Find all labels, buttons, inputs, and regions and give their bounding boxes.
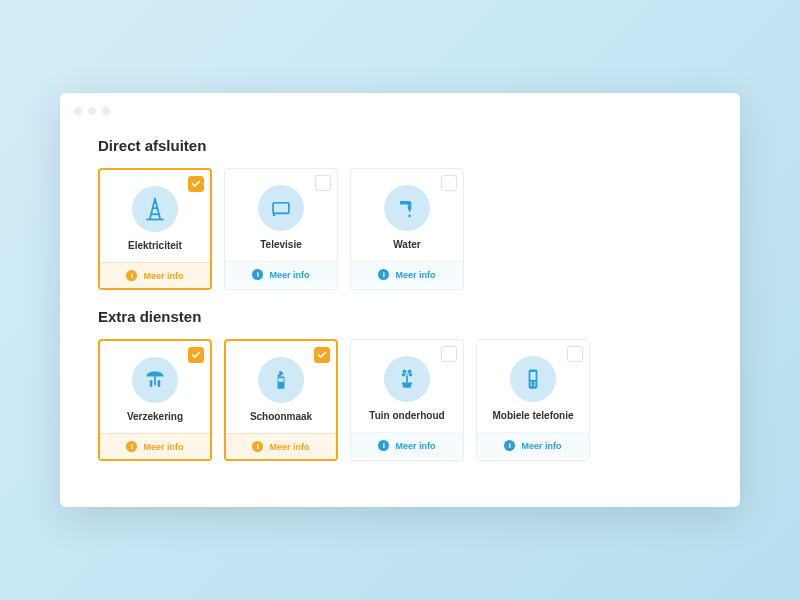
card-label: Elektriciteit [128,240,182,252]
svg-rect-6 [158,380,161,387]
card-label: Schoonmaak [250,411,312,423]
card-label: Mobiele telefonie [492,410,573,422]
window-dot [102,107,110,115]
more-info-link[interactable]: i Meer info [100,433,210,459]
service-card-schoonmaak[interactable]: Schoonmaak i Meer info [224,339,338,461]
app-window: Direct afsluiten Elektriciteit i Meer in… [60,93,740,507]
info-icon: i [126,270,137,281]
service-card-elektriciteit[interactable]: Elektriciteit i Meer info [98,168,212,290]
more-info-link[interactable]: i Meer info [477,432,589,458]
service-card-water[interactable]: Water i Meer info [350,168,464,290]
checkbox[interactable] [441,175,457,191]
svg-rect-8 [278,378,283,382]
garden-icon [384,356,430,402]
section-title-direct: Direct afsluiten [98,137,702,154]
svg-rect-5 [150,380,153,387]
window-dot [74,107,82,115]
cleaning-icon [258,357,304,403]
svg-point-2 [273,214,276,217]
svg-point-11 [409,373,413,377]
svg-point-20 [530,384,532,386]
checkbox[interactable] [567,346,583,362]
svg-rect-15 [406,376,408,383]
svg-point-21 [534,384,536,386]
checkbox[interactable] [314,347,330,363]
card-label: Tuin onderhoud [369,410,444,422]
electricity-icon [132,186,178,232]
info-icon: i [126,441,137,452]
section-title-extra: Extra diensten [98,308,702,325]
svg-rect-4 [154,377,156,386]
more-info-link[interactable]: i Meer info [351,261,463,287]
more-info-link[interactable]: i Meer info [100,262,210,288]
svg-point-14 [406,372,408,374]
service-card-verzekering[interactable]: Verzekering i Meer info [98,339,212,461]
more-info-link[interactable]: i Meer info [226,433,336,459]
content-area: Direct afsluiten Elektriciteit i Meer in… [60,125,740,461]
mobile-icon [510,356,556,402]
more-info-link[interactable]: i Meer info [351,432,463,458]
info-icon: i [252,441,263,452]
info-icon: i [252,269,263,280]
more-info-text: Meer info [143,271,183,281]
svg-point-18 [530,382,532,384]
window-titlebar [60,107,740,125]
svg-point-12 [403,369,407,373]
more-info-text: Meer info [521,441,561,451]
svg-point-19 [534,382,536,384]
checkbox[interactable] [188,176,204,192]
info-icon: i [504,440,515,451]
info-icon: i [378,440,389,451]
more-info-text: Meer info [395,270,435,280]
checkbox[interactable] [188,347,204,363]
service-card-mobiele-telefonie[interactable]: Mobiele telefonie i Meer info [476,339,590,461]
more-info-text: Meer info [143,442,183,452]
svg-rect-1 [274,204,288,213]
svg-point-13 [408,369,412,373]
more-info-text: Meer info [269,442,309,452]
more-info-text: Meer info [269,270,309,280]
checkbox[interactable] [315,175,331,191]
card-row-direct: Elektriciteit i Meer info Televisie [98,168,702,290]
checkbox[interactable] [441,346,457,362]
insurance-icon [132,357,178,403]
info-icon: i [378,269,389,280]
card-row-extra: Verzekering i Meer info Schoonmaak [98,339,702,461]
service-card-televisie[interactable]: Televisie i Meer info [224,168,338,290]
television-icon [258,185,304,231]
svg-rect-17 [530,372,535,380]
more-info-text: Meer info [395,441,435,451]
water-icon [384,185,430,231]
svg-point-10 [402,373,406,377]
window-dot [88,107,96,115]
service-card-tuin-onderhoud[interactable]: Tuin onderhoud i Meer info [350,339,464,461]
card-label: Water [393,239,420,251]
card-label: Verzekering [127,411,183,423]
more-info-link[interactable]: i Meer info [225,261,337,287]
card-label: Televisie [260,239,302,251]
svg-point-3 [408,215,411,218]
